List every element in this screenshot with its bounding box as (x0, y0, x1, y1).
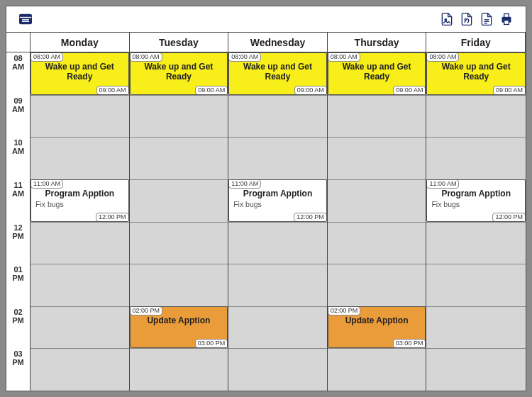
hour-gridline (328, 264, 426, 264)
calendar-event[interactable]: 11:00 AMProgram ApptionFix bugs12:00 PM (426, 179, 526, 222)
event-title: Update Apption (131, 315, 228, 325)
image-export-icon[interactable] (439, 11, 455, 27)
day-header: Wednesday (228, 33, 328, 52)
calendar-event[interactable]: 11:00 AMProgram ApptionFix bugs12:00 PM (228, 179, 327, 222)
calendar-event[interactable]: 08:00 AMWake up and Get Ready09:00 AM (328, 52, 426, 95)
event-start-time: 11:00 AM (228, 179, 261, 189)
svg-rect-9 (504, 14, 509, 18)
hour-gridline (130, 179, 228, 180)
hour-gridline (228, 264, 327, 264)
event-title: Wake up and Get Ready (427, 62, 525, 82)
hour-gridline (426, 95, 526, 96)
hour-gridline (31, 264, 129, 264)
pdf-export-icon[interactable] (459, 11, 475, 27)
event-end-time: 09:00 AM (195, 86, 228, 95)
event-start-time: 08:00 AM (31, 52, 63, 62)
hour-gridline (426, 137, 526, 138)
calendar-event[interactable]: 08:00 AMWake up and Get Ready09:00 AM (228, 52, 327, 95)
event-title: Program Apption (31, 189, 128, 198)
toolbar (6, 6, 526, 32)
event-start-time: 11:00 AM (31, 179, 63, 189)
hour-gridline (426, 264, 526, 264)
hour-label: 12PM (6, 222, 30, 240)
calendar-event[interactable]: 02:00 PMUpdate Apption03:00 PM (130, 306, 228, 349)
calendar-event[interactable]: 08:00 AMWake up and Get Ready09:00 AM (31, 52, 129, 95)
hour-label: 08AM (6, 52, 30, 71)
hour-gridline (31, 306, 129, 307)
event-end-time: 09:00 AM (493, 86, 526, 95)
hour-gridline (328, 222, 426, 223)
event-description: Fix bugs (427, 198, 525, 210)
svg-rect-10 (504, 21, 509, 25)
event-start-time: 08:00 AM (328, 52, 360, 62)
hour-gridline (130, 222, 228, 223)
hour-gridline (228, 222, 327, 223)
hour-gridline (130, 264, 228, 264)
time-column: 08AM09AM10AM11AM12PM01PM02PM03PM (6, 52, 31, 391)
hour-gridline (328, 179, 426, 180)
hour-gridline (426, 222, 526, 223)
event-end-time: 12:00 PM (492, 213, 526, 222)
calendar-event[interactable]: 08:00 AMWake up and Get Ready09:00 AM (130, 52, 228, 95)
day-header: Monday (31, 33, 130, 52)
print-icon[interactable] (499, 11, 514, 27)
hour-gridline (228, 95, 327, 96)
event-description: Fix bugs (229, 198, 326, 210)
event-title: Program Apption (229, 189, 326, 198)
hour-label: 03PM (6, 348, 30, 367)
event-start-time: 11:00 AM (426, 179, 459, 189)
day-header: Tuesday (130, 33, 229, 52)
app-frame: MondayTuesdayWednesdayThursdayFriday08AM… (6, 6, 526, 391)
hour-gridline (130, 348, 228, 349)
hour-label: 02PM (6, 306, 30, 325)
list-view-icon[interactable] (18, 11, 33, 27)
hour-gridline (426, 348, 526, 349)
day-column[interactable]: 08:00 AMWake up and Get Ready09:00 AM11:… (426, 52, 526, 391)
hour-label: 01PM (6, 264, 30, 282)
day-column[interactable]: 08:00 AMWake up and Get Ready09:00 AM02:… (328, 52, 427, 391)
svg-rect-0 (20, 14, 32, 23)
day-column[interactable]: 08:00 AMWake up and Get Ready09:00 AM11:… (228, 52, 328, 391)
hour-gridline (328, 137, 426, 138)
calendar-grid: MondayTuesdayWednesdayThursdayFriday08AM… (6, 32, 526, 391)
event-end-time: 09:00 AM (96, 86, 129, 95)
hour-gridline (130, 95, 228, 96)
event-end-time: 12:00 PM (294, 213, 327, 222)
day-header: Thursday (328, 33, 427, 52)
event-title: Wake up and Get Ready (31, 62, 128, 82)
event-end-time: 03:00 PM (195, 339, 228, 348)
hour-gridline (328, 348, 426, 349)
hour-gridline (130, 137, 228, 138)
hour-gridline (328, 95, 426, 96)
hour-gridline (31, 348, 129, 349)
grid-corner (6, 33, 31, 52)
hour-gridline (31, 137, 129, 138)
hour-gridline (228, 137, 327, 138)
calendar-event[interactable]: 11:00 AMProgram ApptionFix bugs12:00 PM (31, 179, 129, 222)
event-end-time: 09:00 AM (393, 86, 426, 95)
hour-label: 11AM (6, 179, 30, 198)
hour-gridline (31, 222, 129, 223)
hour-gridline (426, 306, 526, 307)
calendar-event[interactable]: 08:00 AMWake up and Get Ready09:00 AM (426, 52, 526, 95)
event-title: Wake up and Get Ready (328, 62, 426, 82)
event-start-time: 08:00 AM (130, 52, 162, 62)
event-title: Wake up and Get Ready (229, 62, 326, 82)
hour-gridline (228, 348, 327, 349)
hour-label: 09AM (6, 95, 30, 113)
hour-gridline (228, 306, 327, 307)
event-description: Fix bugs (31, 198, 128, 210)
event-start-time: 08:00 AM (228, 52, 261, 62)
hour-label: 10AM (6, 137, 30, 155)
calendar-event[interactable]: 02:00 PMUpdate Apption03:00 PM (328, 306, 426, 349)
day-column[interactable]: 08:00 AMWake up and Get Ready09:00 AM11:… (31, 52, 130, 391)
event-end-time: 03:00 PM (393, 339, 426, 348)
day-header: Friday (426, 33, 526, 52)
event-end-time: 09:00 AM (294, 86, 327, 95)
text-export-icon[interactable] (479, 11, 494, 27)
event-start-time: 08:00 AM (426, 52, 459, 62)
event-title: Update Apption (328, 315, 426, 325)
day-column[interactable]: 08:00 AMWake up and Get Ready09:00 AM02:… (130, 52, 229, 391)
hour-gridline (31, 95, 129, 96)
event-title: Wake up and Get Ready (131, 62, 228, 82)
